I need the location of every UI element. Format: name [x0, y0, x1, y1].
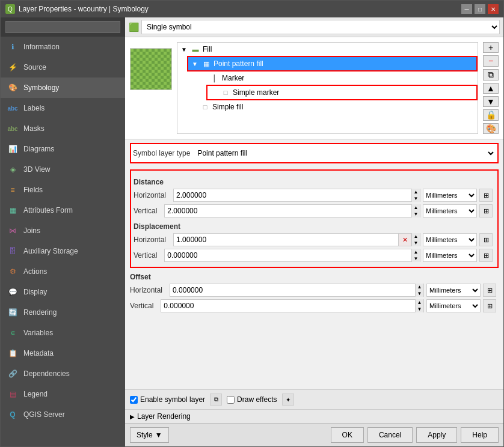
disp-h-down[interactable]: ▼ — [411, 240, 420, 246]
sidebar-item-joins[interactable]: ⋈ Joins — [1, 220, 125, 241]
cancel-button[interactable]: Cancel — [367, 427, 413, 443]
layer-rendering-bar[interactable]: ▶ Layer Rendering — [125, 409, 503, 423]
minimize-button[interactable]: ─ — [461, 4, 472, 14]
tree-item-simplefill[interactable]: □ Simple fill — [187, 100, 478, 114]
add-layer-button[interactable]: + — [483, 42, 499, 53]
offset-v-down[interactable]: ▼ — [415, 306, 423, 312]
disp-horizontal-row: Horizontal ✕ ▲ ▼ Millimeters — [134, 233, 495, 246]
masks-icon: abc — [7, 123, 19, 135]
symbol-type-select[interactable]: Single symbol — [141, 20, 500, 34]
dist-h-unit[interactable]: Millimeters — [423, 189, 477, 202]
title-bar-left: Q Layer Properties - wcountry | Symbolog… — [5, 4, 149, 14]
enable-symbol-checkbox[interactable] — [130, 396, 138, 404]
maximize-button[interactable]: □ — [475, 4, 485, 14]
offset-h-input[interactable] — [170, 284, 415, 296]
dist-v-up[interactable]: ▲ — [411, 204, 420, 211]
offset-horizontal-row: Horizontal ▲ ▼ Millimeters — [130, 284, 499, 297]
disp-v-down[interactable]: ▼ — [411, 255, 420, 262]
sidebar-item-metadata[interactable]: 📋 Metadata — [1, 343, 125, 363]
move-up-button[interactable]: ▲ — [483, 83, 499, 94]
layer-rendering-label: Layer Rendering — [137, 412, 191, 421]
search-box[interactable] — [1, 17, 125, 37]
disp-h-input[interactable] — [174, 234, 398, 246]
dist-v-expr-button[interactable]: ⊞ — [479, 204, 493, 217]
disp-v-input[interactable] — [165, 249, 411, 261]
disp-vertical-row: Vertical ▲ ▼ Millimeters — [134, 249, 495, 262]
sidebar-item-legend[interactable]: ▤ Legend — [1, 384, 125, 404]
draw-effects-checkbox[interactable] — [227, 396, 235, 404]
sidebar-item-masks[interactable]: abc Masks — [1, 118, 125, 139]
sidebar-label-source: Source — [23, 63, 46, 71]
color-button[interactable]: 🎨 — [483, 123, 499, 134]
footer: Style ▼ OK Cancel Apply Help — [125, 423, 503, 446]
sidebar-item-3dview[interactable]: ◈ 3D View — [1, 159, 125, 180]
tree-item-simplemarker[interactable]: □ Simple marker — [206, 85, 478, 100]
dist-h-up[interactable]: ▲ — [411, 189, 420, 195]
footer-left: Style ▼ — [130, 427, 169, 443]
duplicate-layer-button[interactable]: ⧉ — [483, 69, 499, 81]
sidebar-item-server[interactable]: Q QGIS Server — [1, 404, 125, 425]
sidebar-item-rendering[interactable]: 🔄 Rendering — [1, 302, 125, 323]
sidebar: ℹ Information ⚡ Source 🎨 Symbology abc L… — [1, 17, 125, 446]
offset-h-expr-button[interactable]: ⊞ — [483, 284, 496, 297]
tree-label-marker: Marker — [222, 74, 244, 82]
symbol-layer-type-select[interactable]: Point pattern fill — [195, 146, 496, 160]
disp-v-unit[interactable]: Millimeters — [423, 249, 477, 262]
metadata-icon: 📋 — [7, 347, 19, 359]
disp-h-expr-button[interactable]: ⊞ — [479, 233, 493, 246]
disp-h-clear-button[interactable]: ✕ — [398, 233, 411, 246]
sidebar-item-labels[interactable]: abc Labels — [1, 98, 125, 118]
dist-v-input[interactable] — [165, 205, 411, 217]
sidebar-item-diagrams[interactable]: 📊 Diagrams — [1, 139, 125, 159]
sidebar-item-display[interactable]: 💬 Display — [1, 282, 125, 302]
sidebar-item-variables[interactable]: ∊ Variables — [1, 323, 125, 343]
draw-effects-button[interactable]: ✦ — [282, 394, 294, 406]
sidebar-item-attrform[interactable]: ▦ Attributes Form — [1, 200, 125, 220]
sidebar-item-source[interactable]: ⚡ Source — [1, 57, 125, 78]
tree-item-marker[interactable]: │ Marker — [197, 71, 478, 85]
actions-icon: ⚙ — [7, 266, 19, 278]
offset-v-up[interactable]: ▲ — [415, 299, 423, 306]
sidebar-item-auxiliary[interactable]: 🗄 Auxiliary Storage — [1, 241, 125, 261]
apply-button[interactable]: Apply — [416, 427, 457, 443]
offset-h-unit[interactable]: Millimeters — [426, 284, 481, 297]
dist-v-down[interactable]: ▼ — [411, 211, 420, 217]
sidebar-item-fields[interactable]: ≡ Fields — [1, 180, 125, 200]
sidebar-label-dependencies: Dependencies — [23, 369, 70, 378]
offset-v-input[interactable] — [161, 300, 415, 312]
offset-h-down[interactable]: ▼ — [415, 290, 423, 297]
help-button[interactable]: Help — [461, 427, 499, 443]
close-button[interactable]: ✕ — [488, 4, 499, 14]
offset-h-spinners: ▲ ▼ — [415, 284, 423, 297]
sidebar-item-information[interactable]: ℹ Information — [1, 37, 125, 57]
dist-h-down[interactable]: ▼ — [411, 195, 420, 202]
remove-layer-button[interactable]: − — [483, 55, 499, 66]
offset-v-unit[interactable]: Millimeters — [426, 299, 481, 312]
title-bar: Q Layer Properties - wcountry | Symbolog… — [1, 1, 503, 17]
sidebar-item-symbology[interactable]: 🎨 Symbology — [1, 78, 125, 98]
symbology-icon: 🎨 — [7, 82, 19, 94]
tree-item-ppfill[interactable]: ▼ ▦ Point pattern fill — [187, 56, 478, 71]
sidebar-item-dependencies[interactable]: 🔗 Dependencies — [1, 363, 125, 384]
symbol-layer-copy-button[interactable]: ⧉ — [210, 394, 222, 406]
disp-h-unit[interactable]: Millimeters — [423, 233, 477, 246]
lock-button[interactable]: 🔒 — [483, 109, 499, 120]
search-input[interactable] — [5, 21, 120, 33]
dist-h-expr-button[interactable]: ⊞ — [479, 189, 493, 202]
source-icon: ⚡ — [7, 61, 19, 73]
dist-v-unit[interactable]: Millimeters — [423, 204, 477, 217]
dist-h-input[interactable] — [174, 189, 411, 201]
offset-v-expr-button[interactable]: ⊞ — [483, 299, 496, 312]
distance-horizontal-row: Horizontal ▲ ▼ Millimeters — [134, 189, 495, 202]
disp-v-up[interactable]: ▲ — [411, 249, 420, 255]
style-button[interactable]: Style ▼ — [130, 427, 169, 443]
move-down-button[interactable]: ▼ — [483, 96, 499, 107]
sidebar-item-actions[interactable]: ⚙ Actions — [1, 261, 125, 282]
server-icon: Q — [7, 409, 19, 421]
ok-button[interactable]: OK — [331, 427, 364, 443]
tree-label-fill: Fill — [203, 45, 212, 53]
disp-v-expr-button[interactable]: ⊞ — [479, 249, 493, 262]
tree-item-fill[interactable]: ▼ ▬ Fill — [177, 43, 478, 56]
disp-h-up[interactable]: ▲ — [411, 233, 420, 240]
offset-h-up[interactable]: ▲ — [415, 284, 423, 290]
